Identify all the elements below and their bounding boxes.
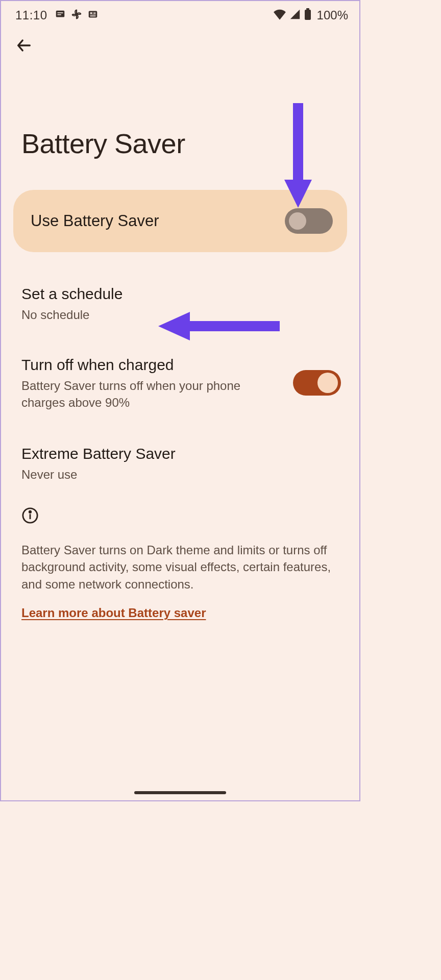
svg-point-13: [29, 511, 31, 512]
info-icon: [21, 507, 339, 526]
wifi-icon: [273, 9, 286, 22]
turn-off-subtitle: Battery Saver turns off when your phone …: [21, 378, 266, 411]
svg-rect-6: [93, 13, 95, 14]
annotation-arrow-left: [154, 310, 280, 345]
extreme-saver-row[interactable]: Extreme Battery Saver Never use: [1, 428, 359, 497]
pinwheel-icon: [71, 9, 82, 22]
svg-marker-17: [158, 312, 190, 340]
svg-marker-15: [284, 180, 312, 208]
svg-rect-2: [57, 14, 61, 15]
svg-rect-4: [90, 12, 92, 14]
svg-rect-1: [57, 12, 63, 13]
nav-pill[interactable]: [134, 791, 226, 794]
annotation-arrow-down: [282, 103, 314, 212]
battery-percentage: 100%: [317, 8, 348, 22]
extreme-subtitle: Never use: [21, 467, 339, 483]
status-bar: 11:10 100%: [1, 1, 359, 28]
svg-rect-3: [88, 11, 97, 18]
battery-icon: [304, 8, 312, 22]
signal-icon: [289, 9, 301, 22]
use-battery-saver-label: Use Battery Saver: [31, 212, 159, 230]
svg-rect-8: [90, 16, 95, 16]
back-button[interactable]: [1, 28, 359, 61]
svg-rect-5: [93, 12, 95, 13]
svg-rect-0: [56, 11, 64, 17]
info-section: Battery Saver turns on Dark theme and li…: [1, 507, 359, 621]
svg-rect-9: [305, 10, 311, 20]
messages-icon: [55, 9, 66, 22]
learn-more-link[interactable]: Learn more about Battery saver: [21, 606, 206, 620]
status-time: 11:10: [15, 8, 47, 22]
set-schedule-title: Set a schedule: [21, 284, 339, 304]
turn-off-toggle[interactable]: [293, 370, 341, 396]
turn-off-charged-row[interactable]: Turn off when charged Battery Saver turn…: [1, 344, 359, 422]
svg-rect-10: [306, 8, 309, 10]
svg-rect-7: [90, 15, 95, 15]
news-icon: [87, 9, 99, 22]
turn-off-title: Turn off when charged: [21, 355, 266, 375]
info-text: Battery Saver turns on Dark theme and li…: [21, 542, 339, 593]
extreme-title: Extreme Battery Saver: [21, 444, 339, 463]
